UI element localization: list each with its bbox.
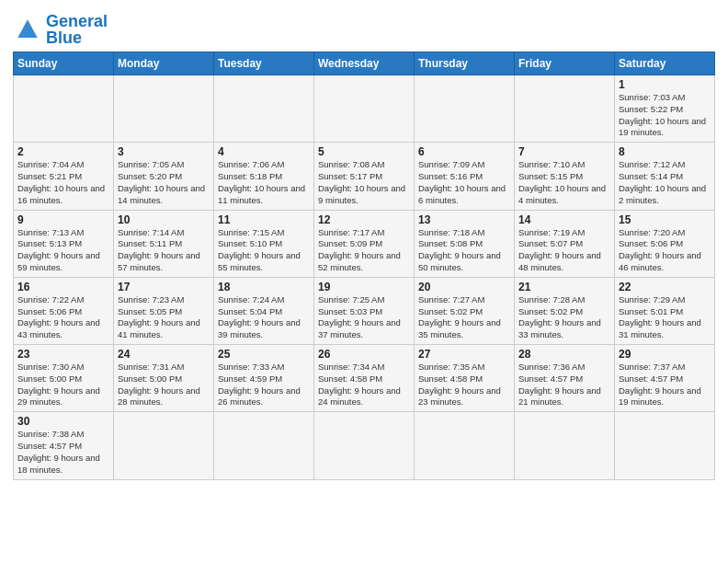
day-number: 24 — [118, 348, 210, 361]
weekday-header-friday: Friday — [515, 52, 615, 75]
day-info: Sunrise: 7:31 AM Sunset: 5:00 PM Dayligh… — [118, 362, 210, 408]
calendar-cell — [615, 412, 715, 479]
day-number: 14 — [518, 213, 610, 226]
calendar-week-row-4: 16Sunrise: 7:22 AM Sunset: 5:06 PM Dayli… — [14, 277, 715, 344]
calendar-cell: 1Sunrise: 7:03 AM Sunset: 5:22 PM Daylig… — [615, 75, 715, 143]
calendar-cell: 28Sunrise: 7:36 AM Sunset: 4:57 PM Dayli… — [515, 345, 615, 412]
day-info: Sunrise: 7:27 AM Sunset: 5:02 PM Dayligh… — [418, 294, 510, 341]
calendar-cell: 23Sunrise: 7:30 AM Sunset: 5:00 PM Dayli… — [14, 345, 114, 412]
weekday-header-row: SundayMondayTuesdayWednesdayThursdayFrid… — [14, 52, 715, 75]
day-number: 22 — [619, 281, 711, 293]
day-number: 6 — [418, 145, 510, 158]
day-info: Sunrise: 7:38 AM Sunset: 4:57 PM Dayligh… — [17, 429, 109, 476]
day-number: 1 — [619, 78, 711, 91]
day-info: Sunrise: 7:05 AM Sunset: 5:20 PM Dayligh… — [118, 159, 210, 206]
calendar-cell: 8Sunrise: 7:12 AM Sunset: 5:14 PM Daylig… — [615, 143, 715, 210]
calendar-cell: 17Sunrise: 7:23 AM Sunset: 5:05 PM Dayli… — [114, 277, 214, 344]
weekday-header-saturday: Saturday — [615, 52, 715, 75]
calendar-cell: 16Sunrise: 7:22 AM Sunset: 5:06 PM Dayli… — [14, 277, 114, 344]
day-info: Sunrise: 7:25 AM Sunset: 5:03 PM Dayligh… — [318, 294, 410, 341]
calendar-cell: 5Sunrise: 7:08 AM Sunset: 5:17 PM Daylig… — [314, 143, 415, 210]
day-number: 11 — [218, 213, 310, 226]
day-info: Sunrise: 7:33 AM Sunset: 4:59 PM Dayligh… — [218, 362, 310, 408]
day-info: Sunrise: 7:35 AM Sunset: 4:58 PM Dayligh… — [418, 362, 510, 408]
calendar-cell: 29Sunrise: 7:37 AM Sunset: 4:57 PM Dayli… — [615, 345, 715, 412]
day-number: 18 — [218, 281, 310, 293]
day-number: 4 — [218, 145, 310, 158]
weekday-header-thursday: Thursday — [415, 52, 515, 75]
day-number: 15 — [619, 213, 711, 226]
day-info: Sunrise: 7:13 AM Sunset: 5:13 PM Dayligh… — [17, 227, 109, 274]
day-number: 16 — [17, 281, 109, 293]
day-info: Sunrise: 7:28 AM Sunset: 5:02 PM Dayligh… — [518, 294, 610, 341]
calendar-cell — [415, 75, 515, 143]
calendar-cell: 22Sunrise: 7:29 AM Sunset: 5:01 PM Dayli… — [615, 277, 715, 344]
calendar-cell: 6Sunrise: 7:09 AM Sunset: 5:16 PM Daylig… — [415, 143, 515, 210]
day-number: 17 — [118, 281, 210, 293]
calendar-cell — [14, 75, 114, 143]
calendar-cell: 10Sunrise: 7:14 AM Sunset: 5:11 PM Dayli… — [114, 210, 214, 277]
day-number: 21 — [518, 281, 610, 293]
day-info: Sunrise: 7:37 AM Sunset: 4:57 PM Dayligh… — [619, 362, 711, 408]
day-number: 29 — [619, 348, 711, 361]
day-info: Sunrise: 7:04 AM Sunset: 5:21 PM Dayligh… — [17, 159, 109, 206]
day-info: Sunrise: 7:10 AM Sunset: 5:15 PM Dayligh… — [518, 159, 610, 206]
day-number: 30 — [17, 415, 109, 428]
calendar-cell — [415, 412, 515, 479]
calendar-cell: 24Sunrise: 7:31 AM Sunset: 5:00 PM Dayli… — [114, 345, 214, 412]
calendar-week-row-5: 23Sunrise: 7:30 AM Sunset: 5:00 PM Dayli… — [14, 345, 715, 412]
day-number: 28 — [518, 348, 610, 361]
calendar-cell: 26Sunrise: 7:34 AM Sunset: 4:58 PM Dayli… — [314, 345, 415, 412]
day-number: 10 — [118, 213, 210, 226]
calendar-cell — [214, 75, 314, 143]
calendar-cell: 20Sunrise: 7:27 AM Sunset: 5:02 PM Dayli… — [415, 277, 515, 344]
day-info: Sunrise: 7:03 AM Sunset: 5:22 PM Dayligh… — [619, 92, 711, 139]
calendar-week-row-1: 1Sunrise: 7:03 AM Sunset: 5:22 PM Daylig… — [14, 75, 715, 143]
calendar-cell — [214, 412, 314, 479]
calendar-cell: 4Sunrise: 7:06 AM Sunset: 5:18 PM Daylig… — [214, 143, 314, 210]
calendar-cell: 9Sunrise: 7:13 AM Sunset: 5:13 PM Daylig… — [14, 210, 114, 277]
calendar-cell: 11Sunrise: 7:15 AM Sunset: 5:10 PM Dayli… — [214, 210, 314, 277]
calendar-cell — [515, 412, 615, 479]
page: GeneralBlue SundayMondayTuesdayWednesday… — [0, 0, 728, 563]
calendar-cell: 14Sunrise: 7:19 AM Sunset: 5:07 PM Dayli… — [515, 210, 615, 277]
calendar-cell: 25Sunrise: 7:33 AM Sunset: 4:59 PM Dayli… — [214, 345, 314, 412]
calendar-cell: 27Sunrise: 7:35 AM Sunset: 4:58 PM Dayli… — [415, 345, 515, 412]
weekday-header-tuesday: Tuesday — [214, 52, 314, 75]
day-info: Sunrise: 7:24 AM Sunset: 5:04 PM Dayligh… — [218, 294, 310, 341]
day-number: 7 — [518, 145, 610, 158]
day-number: 13 — [418, 213, 510, 226]
day-info: Sunrise: 7:14 AM Sunset: 5:11 PM Dayligh… — [118, 227, 210, 274]
calendar-cell — [314, 75, 415, 143]
day-number: 5 — [318, 145, 410, 158]
day-number: 3 — [118, 145, 210, 158]
calendar-cell — [515, 75, 615, 143]
day-info: Sunrise: 7:12 AM Sunset: 5:14 PM Dayligh… — [619, 159, 711, 206]
logo: GeneralBlue — [13, 13, 108, 46]
calendar-cell — [114, 412, 214, 479]
day-number: 8 — [619, 145, 711, 158]
calendar-cell: 12Sunrise: 7:17 AM Sunset: 5:09 PM Dayli… — [314, 210, 415, 277]
day-number: 9 — [17, 213, 109, 226]
day-info: Sunrise: 7:30 AM Sunset: 5:00 PM Dayligh… — [17, 362, 109, 408]
calendar-cell: 13Sunrise: 7:18 AM Sunset: 5:08 PM Dayli… — [415, 210, 515, 277]
day-info: Sunrise: 7:34 AM Sunset: 4:58 PM Dayligh… — [318, 362, 410, 408]
weekday-header-wednesday: Wednesday — [314, 52, 415, 75]
calendar-cell: 21Sunrise: 7:28 AM Sunset: 5:02 PM Dayli… — [515, 277, 615, 344]
day-number: 19 — [318, 281, 410, 293]
generalblue-logo-icon — [13, 17, 42, 42]
day-info: Sunrise: 7:29 AM Sunset: 5:01 PM Dayligh… — [619, 294, 711, 341]
calendar-cell: 15Sunrise: 7:20 AM Sunset: 5:06 PM Dayli… — [615, 210, 715, 277]
logo-text: GeneralBlue — [46, 13, 108, 46]
calendar-cell: 30Sunrise: 7:38 AM Sunset: 4:57 PM Dayli… — [14, 412, 114, 479]
calendar-cell: 18Sunrise: 7:24 AM Sunset: 5:04 PM Dayli… — [214, 277, 314, 344]
calendar-cell: 7Sunrise: 7:10 AM Sunset: 5:15 PM Daylig… — [515, 143, 615, 210]
day-info: Sunrise: 7:20 AM Sunset: 5:06 PM Dayligh… — [619, 227, 711, 274]
calendar-cell — [114, 75, 214, 143]
day-number: 27 — [418, 348, 510, 361]
day-info: Sunrise: 7:36 AM Sunset: 4:57 PM Dayligh… — [518, 362, 610, 408]
calendar-week-row-2: 2Sunrise: 7:04 AM Sunset: 5:21 PM Daylig… — [14, 143, 715, 210]
day-info: Sunrise: 7:19 AM Sunset: 5:07 PM Dayligh… — [518, 227, 610, 274]
calendar-week-row-3: 9Sunrise: 7:13 AM Sunset: 5:13 PM Daylig… — [14, 210, 715, 277]
day-info: Sunrise: 7:22 AM Sunset: 5:06 PM Dayligh… — [17, 294, 109, 341]
